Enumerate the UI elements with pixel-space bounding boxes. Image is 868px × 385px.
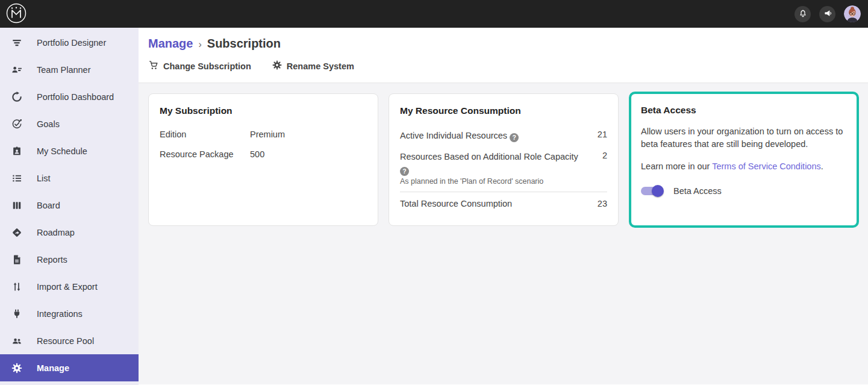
toolbar: Change Subscription xyxy=(148,60,868,72)
goals-target-icon xyxy=(10,117,23,131)
notifications-button[interactable] xyxy=(795,6,811,22)
beta-access-card: Beta Access Allow users in your organiza… xyxy=(629,92,859,228)
resource-package-row: Resource Package 500 xyxy=(160,149,367,159)
sidebar-item-reports[interactable]: Reports xyxy=(0,246,139,273)
sidebar-item-label: Team Planner xyxy=(37,65,90,75)
edition-value: Premium xyxy=(250,130,285,139)
app-logo-button[interactable] xyxy=(5,2,28,25)
change-subscription-button[interactable]: Change Subscription xyxy=(148,60,251,72)
breadcrumb-manage-link[interactable]: Manage xyxy=(148,37,193,51)
scenario-note: As planned in the 'Plan of Record' scena… xyxy=(400,177,607,186)
sidebar-item-label: Portfolio Dashboard xyxy=(37,92,114,102)
total-consumption-label: Total Resource Consumption xyxy=(400,199,512,208)
sidebar-item-team-planner[interactable]: Team Planner xyxy=(0,56,139,83)
topbar xyxy=(0,0,868,28)
sidebar-item-label: Goals xyxy=(37,119,60,129)
beta-learn-more: Learn more in our Terms of Service Condi… xyxy=(641,160,847,173)
sidebar: Portfolio Designer Team Planner Portfoli… xyxy=(0,28,139,385)
card-title: Beta Access xyxy=(641,105,847,116)
document-icon xyxy=(10,253,23,266)
beta-toggle-label: Beta Access xyxy=(673,186,722,196)
beta-toggle-row: Beta Access xyxy=(641,186,847,196)
sidebar-item-label: Roadmap xyxy=(37,228,75,237)
sidebar-item-board[interactable]: Board xyxy=(0,192,139,219)
total-consumption-value: 23 xyxy=(598,199,607,208)
roadmap-diamond-icon xyxy=(10,226,23,239)
page-header: Manage › Subscription Change Subscriptio… xyxy=(139,28,868,83)
sidebar-item-my-schedule[interactable]: My Schedule xyxy=(0,137,139,164)
sidebar-item-label: Portfolio Designer xyxy=(37,38,106,48)
people-group-icon xyxy=(10,334,23,348)
team-planner-icon xyxy=(10,63,23,77)
user-avatar[interactable] xyxy=(844,5,861,22)
sidebar-item-resource-pool[interactable]: Resource Pool xyxy=(0,327,139,354)
my-subscription-card: My Subscription Edition Premium Resource… xyxy=(148,93,378,226)
shopping-cart-icon xyxy=(148,60,159,72)
change-subscription-label: Change Subscription xyxy=(163,61,251,71)
card-title: My Resource Consumption xyxy=(400,105,607,116)
gear-icon xyxy=(272,60,283,72)
gear-icon xyxy=(10,362,23,375)
terms-of-service-link[interactable]: Terms of Service Conditions xyxy=(712,161,821,171)
sidebar-item-manage[interactable]: Manage xyxy=(0,354,139,381)
sidebar-item-label: Resource Pool xyxy=(37,336,94,346)
sidebar-item-label: Reports xyxy=(37,255,67,264)
sidebar-item-label: Import & Export xyxy=(37,282,98,292)
help-icon[interactable]: ? xyxy=(400,167,409,176)
portfolio-dashboard-icon xyxy=(10,90,23,104)
meisterplan-logo-icon xyxy=(5,2,27,26)
active-resources-value: 21 xyxy=(593,130,607,139)
edition-row: Edition Premium xyxy=(160,130,367,139)
sidebar-item-integrations[interactable]: Integrations xyxy=(0,300,139,327)
sidebar-item-label: List xyxy=(37,174,51,183)
megaphone-icon xyxy=(823,8,832,20)
resource-package-value: 500 xyxy=(250,149,264,159)
content-area: My Subscription Edition Premium Resource… xyxy=(139,83,868,384)
page-title: Subscription xyxy=(207,37,281,51)
resource-consumption-card: My Resource Consumption Active Individua… xyxy=(389,93,619,226)
arrows-up-down-icon xyxy=(10,280,23,293)
sidebar-item-label: Integrations xyxy=(37,309,83,319)
beta-description: Allow users in your organization to turn… xyxy=(641,125,847,151)
role-capacity-label: Resources Based on Additional Role Capac… xyxy=(400,151,581,176)
bell-icon xyxy=(798,8,808,20)
edition-label: Edition xyxy=(160,130,250,139)
sidebar-item-label: My Schedule xyxy=(37,146,87,156)
sidebar-item-import-export[interactable]: Import & Export xyxy=(0,273,139,300)
breadcrumb: Manage › Subscription xyxy=(148,37,868,51)
sidebar-item-goals[interactable]: Goals xyxy=(0,110,139,137)
active-resources-row: Active Individual Resources ? 21 xyxy=(400,130,607,142)
card-title: My Subscription xyxy=(160,105,367,116)
rename-system-button[interactable]: Rename System xyxy=(272,60,354,72)
board-columns-icon xyxy=(10,199,23,212)
sidebar-item-label: Board xyxy=(37,201,60,210)
topbar-actions xyxy=(795,5,861,22)
total-consumption-row: Total Resource Consumption 23 xyxy=(400,192,607,208)
role-capacity-row: Resources Based on Additional Role Capac… xyxy=(400,151,607,176)
sidebar-item-portfolio-designer[interactable]: Portfolio Designer xyxy=(0,29,139,56)
sidebar-item-roadmap[interactable]: Roadmap xyxy=(0,219,139,246)
sidebar-item-list[interactable]: List xyxy=(0,164,139,192)
plug-icon xyxy=(10,307,23,321)
list-icon xyxy=(10,172,23,185)
beta-access-toggle[interactable] xyxy=(641,187,663,195)
schedule-badge-icon xyxy=(10,145,23,158)
active-resources-label: Active Individual Resources ? xyxy=(400,130,519,142)
portfolio-designer-icon xyxy=(10,36,23,49)
sidebar-item-portfolio-dashboard[interactable]: Portfolio Dashboard xyxy=(0,83,139,110)
role-capacity-value: 2 xyxy=(598,151,607,160)
breadcrumb-separator-icon: › xyxy=(198,38,201,50)
toggle-thumb xyxy=(652,185,664,197)
resource-package-label: Resource Package xyxy=(160,149,250,159)
announcements-button[interactable] xyxy=(819,6,835,22)
main-area: Manage › Subscription Change Subscriptio… xyxy=(139,28,868,385)
help-icon[interactable]: ? xyxy=(510,133,519,142)
rename-system-label: Rename System xyxy=(287,61,354,71)
sidebar-item-label: Manage xyxy=(37,363,69,373)
